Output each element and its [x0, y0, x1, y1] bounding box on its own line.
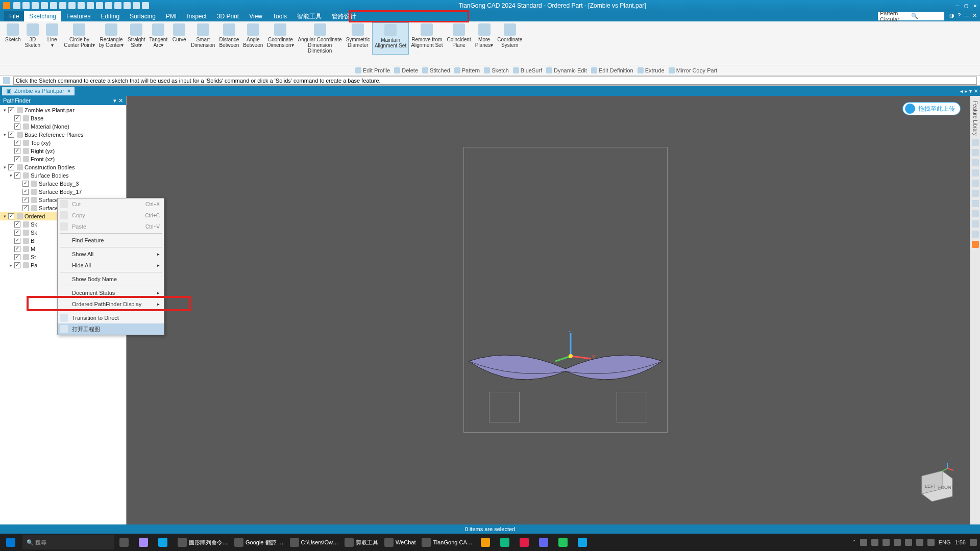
command-item[interactable]: Edit Profile [355, 67, 390, 73]
notifications-icon[interactable] [970, 539, 977, 546]
command-item[interactable]: Sketch [484, 67, 509, 73]
close-doc-icon[interactable]: ✕ [972, 12, 977, 19]
taskbar-app[interactable]: Google 翻譯 … [231, 535, 287, 549]
tree-node[interactable]: Top (xy) [0, 139, 126, 147]
strip-icon[interactable] [972, 159, 979, 166]
qat-icon[interactable] [22, 2, 30, 9]
qat-icon[interactable] [41, 2, 48, 9]
help-icon[interactable]: ◑ [949, 12, 954, 19]
close-tab-icon[interactable]: × [67, 88, 70, 94]
context-menu-item[interactable]: Ordered PathFinder Display▸ [58, 298, 164, 310]
ribbon-button[interactable]: AngleBetween [241, 22, 265, 55]
tray-icon[interactable] [883, 539, 890, 546]
visibility-checkbox[interactable] [14, 246, 20, 252]
tree-node[interactable]: Surface Body_3 [0, 180, 126, 188]
viewport-3d[interactable]: z x 拖拽至此上传 LEFT FRONT [127, 96, 970, 524]
taskbar-app[interactable] [555, 535, 573, 549]
tree-node[interactable]: Right (yz) [0, 147, 126, 155]
tree-node[interactable]: Surface Body_17 [0, 188, 126, 196]
visibility-checkbox[interactable] [8, 164, 14, 170]
ribbon-button[interactable]: MaintainAlignment Set [372, 22, 409, 55]
strip-icon[interactable] [972, 169, 979, 177]
taskbar-app[interactable]: 剪取工具 [341, 535, 381, 549]
ribbon-button[interactable]: CoordinateSystem [495, 22, 524, 55]
taskbar-app[interactable]: C:\Users\Ow… [287, 535, 341, 549]
strip-icon[interactable] [972, 180, 979, 187]
ribbon-button[interactable]: SmartDimension [189, 22, 217, 55]
tray-icon[interactable] [894, 539, 901, 546]
qat-icon[interactable] [50, 2, 57, 9]
tray-icon[interactable] [905, 539, 912, 546]
expand-icon[interactable]: ▾ [2, 132, 7, 137]
visibility-checkbox[interactable] [8, 107, 14, 113]
context-menu-item[interactable]: Find Feature [58, 235, 164, 246]
help-icon[interactable]: ? [958, 12, 961, 19]
qat-icon[interactable] [59, 2, 66, 9]
tab-nav-icon[interactable]: ▾ [969, 88, 972, 94]
tray-icon[interactable] [871, 539, 878, 546]
expand-icon[interactable]: ▾ [2, 108, 7, 113]
ribbon-button[interactable]: Circle byCenter Point▾ [62, 22, 97, 55]
strip-icon[interactable] [972, 190, 979, 197]
tree-node[interactable]: Material (None) [0, 122, 126, 131]
taskbar-app[interactable]: 圖形陣列命令… [175, 535, 231, 549]
ribbon-button[interactable]: DistanceBetween [217, 22, 241, 55]
close-button[interactable]: ✕ [973, 2, 977, 9]
ribbon-button[interactable]: CoincidentPlane [445, 22, 473, 55]
ribbon-search[interactable]: Pattern Circular 🔍 [878, 12, 944, 20]
tree-node[interactable]: ▾Zombie vs Plant.par [0, 106, 126, 114]
tab-pmi[interactable]: PMI [161, 11, 182, 21]
tray-time[interactable]: 1:56 [955, 539, 966, 545]
command-item[interactable]: Extrude [638, 67, 665, 73]
tab-view[interactable]: View [244, 11, 267, 21]
command-item[interactable]: Stitched [422, 67, 450, 73]
panel-menu-icon[interactable]: ▾ [113, 97, 116, 104]
tree-node[interactable]: ▾Construction Bodies [0, 163, 126, 171]
start-button[interactable] [3, 535, 20, 549]
ribbon-button[interactable]: 3DSketch [23, 22, 43, 55]
taskbar-app[interactable]: WeChat [381, 535, 419, 549]
minimize-button[interactable]: — [955, 2, 959, 9]
strip-icon[interactable] [972, 200, 979, 207]
visibility-checkbox[interactable] [22, 205, 29, 211]
visibility-checkbox[interactable] [14, 172, 20, 179]
tray-icon[interactable] [916, 539, 923, 546]
ribbon-button[interactable]: Remove fromAlignment Set [409, 22, 445, 55]
visibility-checkbox[interactable] [14, 254, 20, 260]
qat-icon[interactable] [124, 2, 131, 9]
tray-icon[interactable] [927, 539, 935, 546]
tab-3dprint[interactable]: 3D Print [212, 11, 244, 21]
qat-icon[interactable] [13, 2, 20, 9]
command-item[interactable]: BlueSurf [513, 67, 542, 73]
tab-nav-icon[interactable]: ▸ [965, 88, 967, 94]
tab-nav-icon[interactable]: ✕ [974, 88, 978, 94]
visibility-checkbox[interactable] [14, 140, 20, 146]
visibility-checkbox[interactable] [14, 156, 20, 162]
command-item[interactable]: Dynamic Edit [546, 67, 587, 73]
qat-icon[interactable] [96, 2, 103, 9]
strip-icon[interactable] [972, 139, 979, 146]
strip-icon[interactable] [972, 231, 979, 238]
nav-cube[interactable]: LEFT FRONT [912, 463, 958, 504]
visibility-checkbox[interactable] [22, 189, 29, 195]
ribbon-button[interactable]: Rectangleby Center▾ [97, 22, 126, 55]
strip-icon[interactable] [972, 149, 979, 156]
context-menu-item[interactable]: Hide All▸ [58, 260, 164, 271]
ribbon-button[interactable]: Curve [169, 22, 189, 55]
expand-icon[interactable]: ▾ [2, 214, 7, 219]
expand-icon[interactable]: ▾ [2, 165, 7, 170]
tab-editing[interactable]: Editing [95, 11, 125, 21]
taskbar-app[interactable] [478, 535, 495, 549]
visibility-checkbox[interactable] [14, 262, 20, 268]
min-ribbon-icon[interactable]: — [964, 12, 969, 19]
command-item[interactable]: Mirror Copy Part [669, 67, 718, 73]
visibility-checkbox[interactable] [14, 123, 20, 130]
maximize-button[interactable]: ▢ [965, 2, 968, 9]
ribbon-button[interactable]: Line▾ [42, 22, 62, 55]
tab-smart-tools[interactable]: 智能工具 [292, 11, 327, 21]
task-view-button[interactable] [116, 535, 134, 549]
taskbar-app[interactable] [136, 535, 153, 549]
tray-chevron-icon[interactable]: ˄ [853, 539, 856, 546]
tab-inspect[interactable]: Inspect [182, 11, 212, 21]
tree-node[interactable]: ▾Surface Bodies [0, 171, 126, 180]
